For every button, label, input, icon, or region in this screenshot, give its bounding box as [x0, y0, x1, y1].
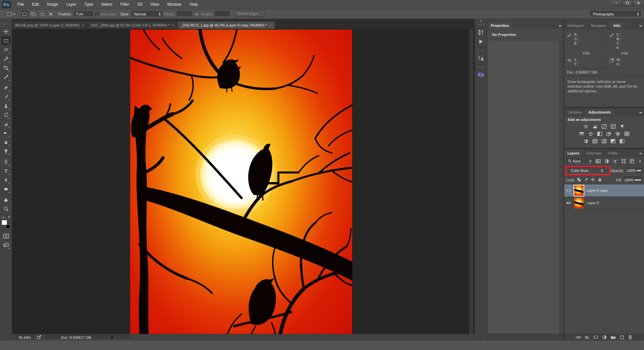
anti-alias-checkbox[interactable]	[95, 12, 99, 16]
menu-type[interactable]: Type	[80, 0, 97, 9]
menu-view[interactable]: View	[147, 0, 163, 9]
canvas-pasteboard[interactable]	[12, 29, 475, 334]
new-adjustment-layer-icon[interactable]	[602, 335, 607, 340]
ellipse-shape-tool[interactable]	[1, 184, 11, 193]
tab-paths[interactable]: Paths	[605, 150, 621, 157]
screen-mode-button[interactable]	[1, 240, 11, 250]
lock-pixels-icon[interactable]	[584, 177, 588, 182]
filter-toggle-switch[interactable]	[638, 158, 642, 164]
tab-histogram[interactable]: Histogram	[564, 22, 588, 29]
brightness-contrast-icon[interactable]	[583, 124, 589, 129]
photo-filter-icon[interactable]	[606, 131, 612, 136]
path-selection-tool[interactable]	[1, 175, 11, 184]
extension-panel-icon[interactable]: Ep	[477, 71, 485, 79]
foreground-color-swatch[interactable]	[2, 220, 7, 225]
posterize-icon[interactable]	[592, 139, 598, 144]
black-white-icon[interactable]	[597, 131, 603, 136]
crop-tool[interactable]	[1, 63, 11, 72]
document-tab-3-active[interactable]: _DSC4572_1.jpg @ 45.4% (Layer 0 copy, RG…	[177, 21, 275, 29]
magic-wand-tool[interactable]	[1, 54, 11, 63]
layer-filter-kind-dropdown[interactable]: Kind	[566, 158, 593, 164]
lock-transparent-icon[interactable]	[577, 178, 581, 182]
blur-tool[interactable]	[1, 137, 11, 146]
type-layer-filter-icon[interactable]: T	[612, 158, 618, 164]
menu-help[interactable]: Help	[185, 0, 202, 9]
history-panel-icon[interactable]	[477, 28, 485, 36]
foreground-background-swatches[interactable]	[2, 220, 10, 229]
lock-all-icon[interactable]	[598, 177, 602, 182]
adjustment-layer-filter-icon[interactable]	[603, 158, 610, 164]
hue-saturation-icon[interactable]	[579, 131, 585, 136]
tab-libraries[interactable]: Libraries	[564, 109, 585, 116]
intersect-selection-button[interactable]	[47, 11, 54, 17]
selective-color-icon[interactable]	[619, 139, 625, 144]
lock-position-icon[interactable]	[591, 177, 595, 182]
invert-icon[interactable]	[583, 139, 589, 144]
workspace-dropdown[interactable]: Photography	[590, 11, 641, 17]
gradient-map-icon[interactable]	[610, 139, 616, 144]
style-dropdown[interactable]: Normal	[131, 11, 162, 17]
pen-tool[interactable]	[1, 157, 11, 166]
chevron-down-icon[interactable]	[634, 177, 642, 183]
share-icon[interactable]	[37, 335, 42, 340]
default-and-swap-colors[interactable]: ❏⇄	[2, 215, 10, 219]
new-selection-button[interactable]	[21, 11, 28, 17]
panel-menu-icon[interactable]: ▾≡	[639, 111, 642, 114]
close-button[interactable]: ✕	[633, 0, 644, 6]
new-layer-icon[interactable]	[620, 335, 624, 340]
color-balance-icon[interactable]	[588, 131, 594, 136]
spot-healing-brush-tool[interactable]	[1, 83, 11, 92]
quick-mask-button[interactable]	[1, 231, 11, 240]
opacity-value[interactable]: 100%	[626, 168, 642, 174]
color-lookup-icon[interactable]	[624, 131, 630, 136]
clone-source-panel-icon[interactable]	[477, 54, 485, 62]
rectangular-marquee-tool[interactable]	[1, 36, 11, 45]
width-input[interactable]	[177, 11, 192, 17]
menu-filter[interactable]: Filter	[116, 0, 133, 9]
vibrance-icon[interactable]	[619, 124, 625, 129]
layer-row-layer-0[interactable]: Layer 0	[564, 197, 644, 209]
feather-input[interactable]: 0 px	[74, 11, 93, 17]
restore-button[interactable]: ❐	[622, 0, 633, 6]
panel-menu-icon[interactable]: ▾≡	[639, 24, 642, 28]
doc-size-field[interactable]: Doc: 8.50M/17.0M	[45, 335, 129, 340]
menu-edit[interactable]: Edit	[28, 0, 43, 9]
close-tab-icon[interactable]: ×	[82, 24, 84, 27]
delete-layer-icon[interactable]	[628, 335, 633, 340]
panel-menu-icon[interactable]: ▾≡	[639, 152, 642, 155]
visibility-toggle[interactable]	[564, 184, 573, 196]
menu-file[interactable]: File	[13, 0, 28, 9]
tab-info[interactable]: Info	[610, 22, 624, 29]
fill-value[interactable]: 100%	[624, 177, 642, 183]
tab-layers[interactable]: Layers	[564, 150, 583, 157]
menu-select[interactable]: Select	[97, 0, 116, 9]
tab-adjustments[interactable]: Adjustments	[585, 109, 614, 116]
tool-preset-picker[interactable]	[5, 11, 17, 17]
type-tool[interactable]: T	[1, 166, 11, 175]
zoom-tool[interactable]	[1, 204, 11, 213]
curves-icon[interactable]	[601, 124, 607, 129]
document-tab-1[interactable]: 8B16B.png @ 100% (Layer 0, RGB/8#)×	[12, 21, 88, 29]
panel-menu-icon[interactable]: ▾≡	[559, 24, 561, 28]
move-tool[interactable]	[1, 27, 11, 36]
document-tab-2[interactable]: DSC_2895.jpg @ 82.6% (Color Fill 1, RGB/…	[88, 21, 177, 29]
chevron-down-icon[interactable]	[636, 168, 642, 174]
subtract-from-selection-button[interactable]	[39, 11, 45, 17]
brush-tool[interactable]	[1, 92, 11, 101]
tab-navigator[interactable]: Navigator	[588, 22, 610, 29]
visibility-toggle[interactable]	[564, 197, 573, 209]
layer-thumbnail[interactable]	[574, 198, 584, 208]
smart-object-filter-icon[interactable]	[629, 158, 635, 164]
status-options-icon[interactable]	[111, 336, 114, 339]
pixel-layer-filter-icon[interactable]	[595, 158, 601, 164]
layer-name[interactable]: Layer 0	[587, 201, 599, 205]
layer-row-layer-0-copy[interactable]: Layer 0 copy	[564, 184, 644, 197]
close-tab-icon[interactable]: ×	[270, 24, 272, 27]
shape-layer-filter-icon[interactable]	[620, 158, 627, 164]
layer-style-icon[interactable]: fx.	[585, 335, 589, 340]
height-input[interactable]	[215, 11, 229, 17]
tab-channels[interactable]: Channels	[583, 150, 605, 157]
document-image[interactable]	[130, 30, 352, 334]
link-layers-icon[interactable]	[576, 335, 581, 340]
tab-properties[interactable]: Properties	[487, 22, 512, 29]
